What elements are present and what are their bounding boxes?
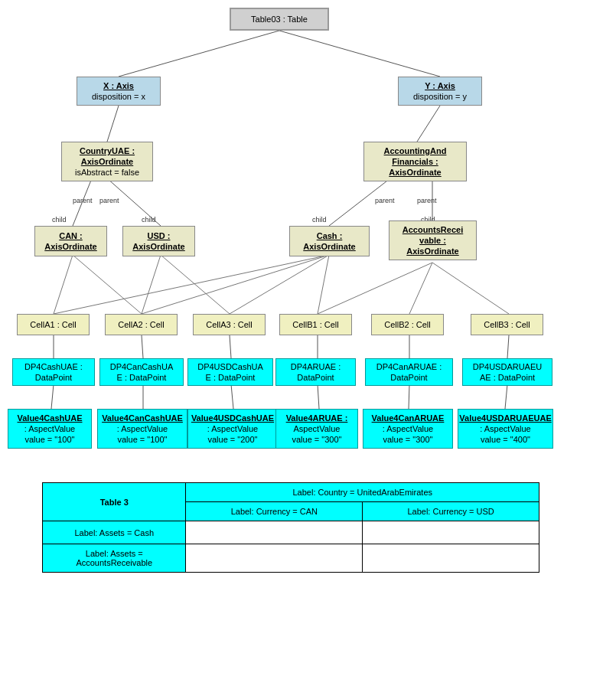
svg-text:child: child [142, 216, 156, 224]
node-cellb1: CellB1 : Cell [279, 314, 352, 335]
svg-line-33 [51, 384, 54, 409]
svg-line-28 [142, 335, 143, 358]
svg-line-23 [318, 255, 329, 314]
node-usd: USD :AxisOrdinate [122, 226, 195, 256]
svg-line-17 [73, 255, 142, 314]
svg-text:parent: parent [417, 197, 437, 204]
svg-line-5 [107, 178, 161, 226]
node-can: CAN :AxisOrdinate [34, 226, 107, 256]
table-country-header: Label: Country = UnitedArabEmirates [186, 483, 539, 502]
table-currency-usd: Label: Currency = USD [363, 502, 539, 521]
svg-line-37 [409, 384, 409, 409]
svg-line-2 [107, 106, 119, 142]
table-cell-r1c1 [186, 521, 363, 544]
node-dp4cashuae: DP4CashUAE : DataPoint [12, 358, 95, 386]
svg-text:child: child [52, 216, 67, 224]
data-table: Table 3 Label: Country = UnitedArabEmira… [42, 482, 539, 573]
node-dp4usdcashuae: DP4USDCashUA E : DataPoint [187, 358, 273, 386]
node-cellb3: CellB3 : Cell [471, 314, 543, 335]
node-val4cancashuae: Value4CanCashUAE : AspectValue value = "… [97, 409, 187, 449]
diagram-area: parent parent child child parent parent … [0, 0, 616, 475]
node-val4canaruae: Value4CanARUAE : AspectValue value = "30… [363, 409, 453, 449]
node-cash: Cash :AxisOrdinate [289, 226, 370, 256]
node-table03: Table03 : Table [230, 8, 329, 31]
node-countryuae: CountryUAE :AxisOrdinate isAbstract = fa… [61, 142, 153, 181]
node-val4aruae: Value4ARUAE : AspectValue value = "300" [275, 409, 358, 449]
svg-line-20 [54, 255, 329, 314]
svg-line-24 [318, 263, 432, 314]
node-val4usdcashuae: Value4USDCashUAE : AspectValue value = "… [187, 409, 278, 449]
node-accounts-receivable: AccountsReceivable :AxisOrdinate [389, 220, 477, 260]
node-dp4usdaruaeau: DP4USDARUAEU AE : DataPoint [462, 358, 552, 386]
svg-line-29 [230, 335, 231, 358]
svg-line-10 [329, 178, 390, 226]
table-currency-can: Label: Currency = CAN [186, 502, 363, 521]
svg-line-22 [230, 255, 329, 314]
svg-line-26 [432, 263, 509, 314]
svg-line-1 [279, 31, 440, 77]
node-y-axis: Y : Axis disposition = y [398, 77, 482, 106]
svg-line-36 [318, 384, 319, 409]
node-x-axis: X : Axis disposition = x [77, 77, 161, 106]
node-cellb2: CellB2 : Cell [371, 314, 444, 335]
node-dp4cancashuae: DP4CanCashUA E : DataPoint [99, 358, 184, 386]
svg-line-0 [119, 31, 279, 77]
node-val4cashuae: Value4CashUAE : AspectValue value = "100… [8, 409, 92, 449]
svg-text:child: child [312, 216, 327, 224]
svg-line-32 [507, 335, 509, 358]
svg-line-4 [73, 178, 92, 226]
table-cell-r2c1 [186, 544, 363, 573]
svg-line-38 [505, 384, 507, 409]
node-accountingand: AccountingAndFinancials :AxisOrdinate [363, 142, 467, 181]
table-row1-label: Label: Assets = Cash [43, 521, 186, 544]
svg-line-35 [231, 384, 233, 409]
node-dp4aruae: DP4ARUAE : DataPoint [275, 358, 356, 386]
node-cella3: CellA3 : Cell [193, 314, 266, 335]
svg-line-25 [409, 263, 432, 314]
table-section: Table 3 Label: Country = UnitedArabEmira… [42, 482, 539, 573]
table-cell-r2c2 [363, 544, 539, 573]
svg-text:parent: parent [73, 197, 93, 204]
node-cella2: CellA2 : Cell [105, 314, 178, 335]
svg-line-19 [161, 255, 230, 314]
table-title: Table 3 [43, 483, 186, 521]
node-val4usdaruae: Value4USDARUAEUAE : AspectValue value = … [458, 409, 553, 449]
node-dp4canaruae: DP4CanARUAE : DataPoint [365, 358, 453, 386]
svg-line-3 [417, 106, 440, 142]
svg-text:parent: parent [99, 197, 119, 204]
table-cell-r1c2 [363, 521, 539, 544]
table-row2-label: Label: Assets =AccountsReceivable [43, 544, 186, 573]
svg-text:parent: parent [375, 197, 395, 204]
svg-line-18 [142, 255, 161, 314]
svg-line-21 [142, 255, 329, 314]
svg-line-16 [54, 255, 73, 314]
node-cella1: CellA1 : Cell [17, 314, 90, 335]
